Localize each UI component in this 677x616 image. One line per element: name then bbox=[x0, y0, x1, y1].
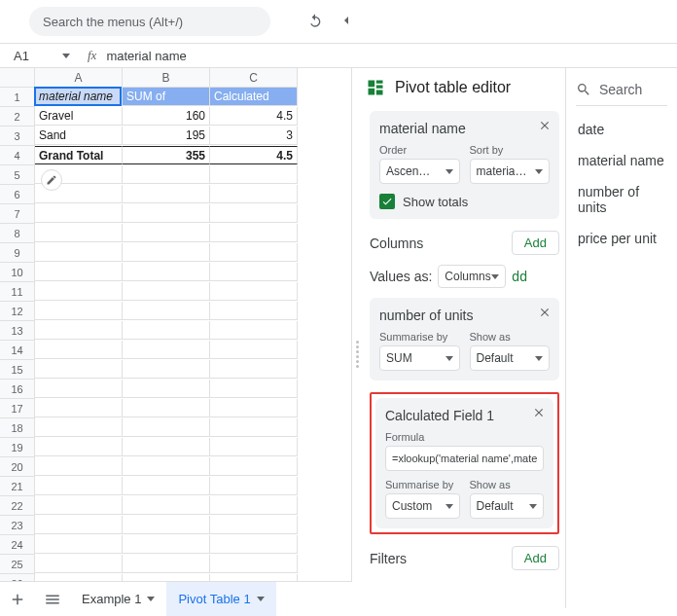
cell[interactable] bbox=[123, 380, 210, 398]
cell[interactable] bbox=[210, 535, 298, 554]
row-header[interactable]: 1 bbox=[0, 88, 35, 107]
cell[interactable] bbox=[123, 263, 210, 281]
cell[interactable] bbox=[35, 224, 123, 242]
cell[interactable] bbox=[210, 496, 298, 515]
cell[interactable] bbox=[123, 555, 210, 573]
cell[interactable] bbox=[123, 185, 210, 203]
cell[interactable]: Gravel bbox=[35, 107, 123, 126]
cell[interactable]: Sand bbox=[35, 127, 123, 145]
cell[interactable] bbox=[210, 457, 298, 476]
cell[interactable] bbox=[123, 360, 210, 379]
cell[interactable] bbox=[210, 477, 298, 495]
cell[interactable] bbox=[210, 243, 298, 262]
cell[interactable] bbox=[35, 321, 123, 340]
row-header[interactable]: 11 bbox=[0, 282, 35, 302]
cell[interactable] bbox=[210, 380, 298, 398]
row-header[interactable]: 5 bbox=[0, 165, 35, 185]
cell[interactable] bbox=[35, 204, 123, 223]
cell[interactable]: SUM of number bbox=[123, 88, 210, 106]
cell[interactable]: Calculated Field bbox=[210, 88, 298, 106]
cell[interactable] bbox=[210, 165, 298, 184]
cell[interactable] bbox=[123, 496, 210, 515]
sort-by-select[interactable]: materia… bbox=[470, 159, 551, 184]
cell[interactable] bbox=[35, 341, 123, 359]
cell[interactable] bbox=[35, 282, 123, 301]
cell[interactable] bbox=[210, 224, 298, 242]
cell[interactable] bbox=[123, 516, 210, 534]
cell[interactable] bbox=[123, 302, 210, 320]
cell[interactable] bbox=[123, 243, 210, 262]
col-header[interactable]: A bbox=[35, 68, 123, 88]
summarise-select-calc[interactable]: Custom bbox=[385, 493, 460, 519]
cell[interactable]: 160 bbox=[123, 107, 210, 126]
formula-input[interactable]: =xlookup('material name',mate bbox=[385, 446, 544, 471]
cell[interactable] bbox=[35, 477, 123, 495]
cell[interactable]: 355 bbox=[123, 146, 210, 164]
cell[interactable] bbox=[35, 360, 123, 379]
cell[interactable] bbox=[210, 399, 298, 417]
row-header[interactable]: 10 bbox=[0, 263, 35, 282]
cell[interactable] bbox=[35, 399, 123, 417]
show-as-select[interactable]: Default bbox=[470, 345, 551, 371]
cell[interactable] bbox=[35, 457, 123, 476]
sheet-tab[interactable]: Example 1 bbox=[70, 582, 166, 617]
cell[interactable] bbox=[123, 282, 210, 301]
row-header[interactable]: 19 bbox=[0, 438, 35, 457]
close-icon[interactable] bbox=[532, 406, 546, 422]
cell-reference[interactable]: A1 bbox=[0, 49, 78, 63]
field-item[interactable]: material name bbox=[576, 145, 667, 176]
cell[interactable] bbox=[210, 516, 298, 534]
values-as-select[interactable]: Columns bbox=[438, 265, 506, 288]
add-columns-button[interactable]: Add bbox=[512, 231, 559, 255]
cell[interactable] bbox=[123, 224, 210, 242]
cell[interactable] bbox=[210, 321, 298, 340]
cell[interactable] bbox=[210, 438, 298, 456]
cell[interactable] bbox=[210, 282, 298, 301]
row-header[interactable]: 6 bbox=[0, 185, 35, 204]
col-header[interactable]: B bbox=[123, 68, 210, 88]
row-header[interactable]: 3 bbox=[0, 127, 35, 146]
row-header[interactable]: 23 bbox=[0, 516, 35, 535]
cell[interactable] bbox=[35, 302, 123, 320]
close-icon[interactable] bbox=[538, 119, 552, 135]
cell[interactable] bbox=[210, 555, 298, 573]
row-header[interactable]: 24 bbox=[0, 535, 35, 555]
cell[interactable] bbox=[210, 263, 298, 281]
drag-handle-icon[interactable] bbox=[356, 341, 359, 368]
row-header[interactable]: 20 bbox=[0, 457, 35, 477]
cell[interactable] bbox=[210, 360, 298, 379]
cell[interactable]: 4.5 bbox=[210, 107, 298, 126]
all-sheets-button[interactable] bbox=[35, 582, 70, 617]
cell[interactable] bbox=[210, 341, 298, 359]
field-item[interactable]: date bbox=[576, 114, 667, 145]
field-item[interactable]: price per unit bbox=[576, 223, 667, 254]
summarise-select[interactable]: SUM bbox=[379, 345, 460, 371]
show-totals-checkbox[interactable]: Show totals bbox=[379, 194, 550, 209]
cell[interactable] bbox=[210, 418, 298, 437]
cell[interactable] bbox=[210, 204, 298, 223]
field-item[interactable]: number of units bbox=[576, 176, 667, 223]
cell[interactable]: 4.5 bbox=[210, 146, 298, 164]
chevron-down-icon[interactable] bbox=[147, 597, 155, 601]
cell[interactable] bbox=[35, 555, 123, 573]
col-header[interactable]: C bbox=[210, 68, 298, 88]
search-menus-input[interactable]: Search the menus (Alt+/) bbox=[29, 7, 270, 36]
row-header[interactable]: 12 bbox=[0, 302, 35, 321]
cell[interactable] bbox=[35, 418, 123, 437]
field-search-input[interactable]: Search bbox=[576, 82, 667, 106]
cell[interactable] bbox=[123, 418, 210, 437]
cell[interactable] bbox=[35, 243, 123, 262]
cell[interactable] bbox=[123, 399, 210, 417]
row-header[interactable]: 13 bbox=[0, 321, 35, 341]
chevron-left-icon[interactable] bbox=[338, 13, 354, 31]
cell[interactable] bbox=[123, 321, 210, 340]
chevron-down-icon[interactable] bbox=[257, 597, 265, 601]
cell[interactable] bbox=[35, 496, 123, 515]
add-filters-button[interactable]: Add bbox=[512, 546, 559, 570]
select-all-cell[interactable] bbox=[0, 68, 35, 88]
cell[interactable] bbox=[35, 438, 123, 456]
row-header[interactable]: 22 bbox=[0, 496, 35, 516]
row-header[interactable]: 16 bbox=[0, 380, 35, 399]
cell[interactable] bbox=[210, 302, 298, 320]
pencil-icon[interactable] bbox=[41, 169, 62, 191]
